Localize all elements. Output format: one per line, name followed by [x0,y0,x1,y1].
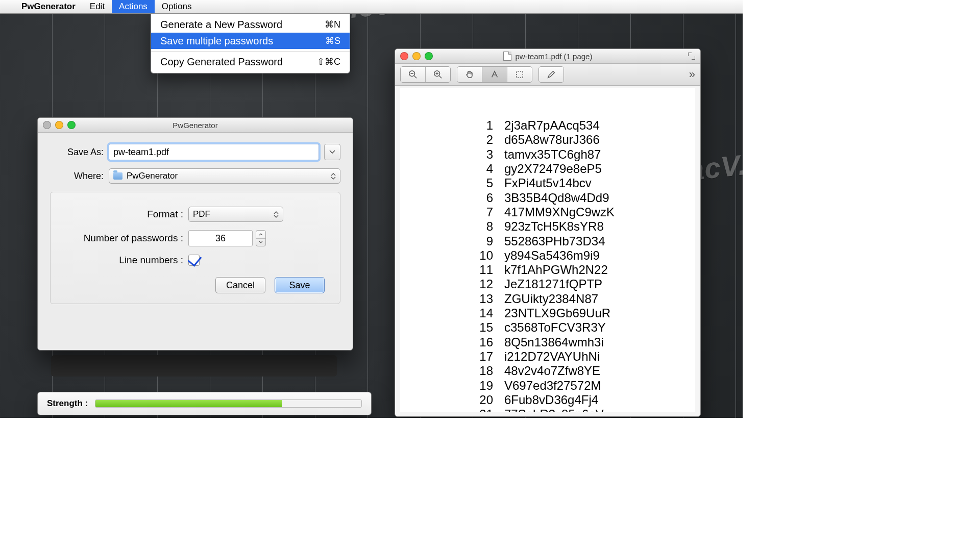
password-line-number: 1 [472,118,493,133]
password-line-number: 18 [472,364,493,378]
preview-title: pw-team1.pdf (1 page) [516,52,593,61]
menu-item-shortcut: ⌘N [325,19,340,30]
password-line-number: 8 [472,219,493,234]
save-dialog-titlebar[interactable]: PwGenerator [38,118,353,133]
password-row: 9552863PHb73D34 [472,234,615,248]
format-value: PDF [193,209,210,219]
menu-item-generate-password[interactable]: Generate a New Password ⌘N [151,16,350,33]
password-text: 3B35B4Qd8w4Dd9 [504,191,609,205]
password-row: 4gy2X72479e8eP5 [472,162,615,176]
pencil-icon [547,70,556,79]
pdf-page[interactable]: 12j3aR7pAAcq5342d65A8w78urJ3663tamvx35TC… [400,88,695,412]
password-line-number: 7 [472,205,493,219]
password-text: 417MM9XNgC9wzK [504,205,615,219]
password-line-number: 20 [472,393,493,407]
menu-edit[interactable]: Edit [83,0,112,13]
password-text: k7f1AhPGWh2N22 [504,263,608,277]
popup-arrows-icon [273,209,280,220]
menu-item-save-multiple[interactable]: Save multiple passwords ⌘S [151,33,350,49]
minimize-traffic-icon[interactable] [55,121,63,129]
rect-select-tool-button[interactable] [507,67,532,82]
menu-options[interactable]: Options [155,0,199,13]
count-stepper[interactable] [256,230,266,246]
password-line-number: 17 [472,349,493,364]
password-text: tamvx35TC6gh87 [504,147,601,162]
password-text: ZGUikty2384N87 [504,292,598,306]
password-line-number: 21 [472,407,493,412]
password-line-number: 3 [472,147,493,162]
minimize-traffic-icon[interactable] [412,52,421,60]
save-as-input[interactable] [109,144,319,160]
where-popup[interactable]: PwGenerator [109,168,340,184]
menu-separator [151,51,350,52]
password-line-number: 11 [472,263,493,277]
menu-actions[interactable]: Actions [112,0,155,13]
password-row: 12JeZ181271fQPTP [472,277,615,291]
password-line-number: 5 [472,176,493,190]
close-traffic-icon[interactable] [400,52,408,60]
count-label: Number of passwords : [66,233,188,244]
text-select-tool-button[interactable] [482,67,507,82]
zoom-out-button[interactable] [401,67,425,82]
zoom-traffic-icon[interactable] [67,121,76,129]
password-line-number: 13 [472,292,493,306]
password-line-number: 2 [472,133,493,147]
menu-item-shortcut: ⇧⌘C [317,56,340,67]
marquee-icon [515,70,524,79]
move-tool-button[interactable] [457,67,482,82]
save-as-label: Save As: [50,147,109,158]
password-row: 2d65A8w78urJ366 [472,133,615,147]
strength-bar-panel: Strength : [37,392,372,415]
preview-toolbar: » [395,64,700,86]
menu-actions-dropdown: Generate a New Password ⌘N Save multiple… [151,13,350,73]
password-text: 23NTLX9Gb69UuR [504,306,610,320]
zoom-in-button[interactable] [425,67,450,82]
password-row: 3tamvx35TC6gh87 [472,147,615,162]
password-row: 168Q5n13864wmh3i [472,335,615,349]
save-button[interactable]: Save [275,277,325,293]
stepper-down-icon[interactable] [256,238,265,246]
password-row: 15c3568ToFCV3R3Y [472,320,615,335]
password-text: y894Sa5436m9i9 [504,248,600,263]
password-row: 19V697ed3f27572M [472,379,615,393]
close-traffic-icon[interactable] [43,121,51,129]
where-value: PwGenerator [127,171,178,181]
password-list: 12j3aR7pAAcq5342d65A8w78urJ3663tamvx35TC… [472,118,615,412]
menu-item-label: Generate a New Password [160,19,282,31]
password-row: 11k7f1AhPGWh2N22 [472,263,615,277]
password-line-number: 10 [472,248,493,263]
expand-save-panel-button[interactable] [324,144,340,160]
save-options-panel: Format : PDF Number of passwords : [50,192,340,304]
zoom-traffic-icon[interactable] [425,52,433,60]
svg-line-4 [439,76,442,79]
password-text: 6Fub8vD36g4Fj4 [504,393,598,407]
strength-label: Strength : [47,398,88,409]
preview-titlebar[interactable]: pw-team1.pdf (1 page) [395,49,700,64]
password-text: 552863PHb73D34 [504,234,605,248]
password-row: 2177SehR3v85p6aV [472,407,615,412]
format-popup[interactable]: PDF [188,207,283,222]
count-input[interactable] [188,230,253,246]
fullscreen-icon[interactable] [688,53,695,60]
password-line-number: 14 [472,306,493,320]
password-text: 8Q5n13864wmh3i [504,335,604,349]
password-line-number: 16 [472,335,493,349]
menu-app-name[interactable]: PwGenerator [14,0,83,13]
cancel-button[interactable]: Cancel [215,277,265,293]
zoom-out-icon [408,70,418,79]
password-line-number: 6 [472,191,493,205]
toolbar-overflow-button[interactable]: » [689,68,695,81]
where-label: Where: [50,171,109,182]
line-numbers-checkbox[interactable] [188,255,200,266]
menu-bar: PwGenerator Edit Actions Options [0,0,743,14]
folder-icon [113,172,122,180]
annotate-button[interactable] [539,67,564,82]
password-line-number: 19 [472,379,493,393]
password-text: V697ed3f27572M [504,379,601,393]
menu-item-copy-password[interactable]: Copy Generated Password ⇧⌘C [151,54,350,70]
svg-rect-7 [517,71,523,78]
apple-menu[interactable] [0,0,14,13]
stepper-up-icon[interactable] [256,231,265,238]
strength-meter-fill [95,400,282,407]
password-row: 17i212D72VAYUhNi [472,349,615,364]
